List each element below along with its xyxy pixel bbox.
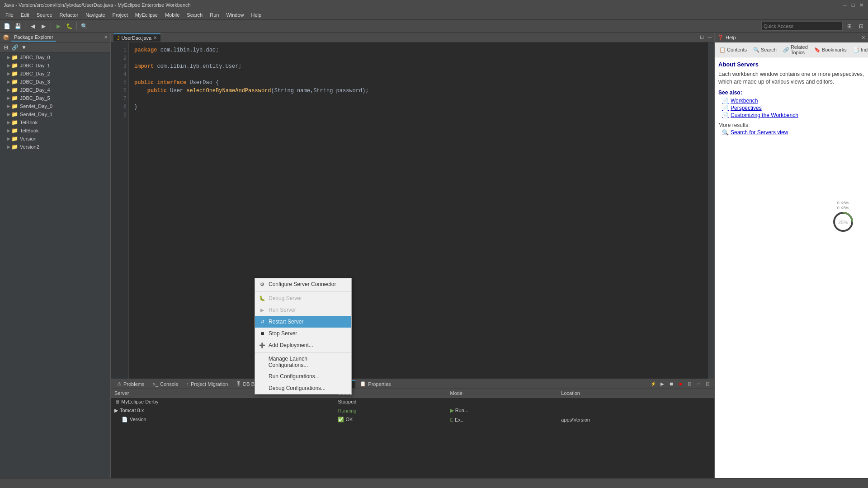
back-button[interactable]: ◀: [28, 21, 38, 31]
help-tab-label: Help: [726, 35, 736, 40]
ctx-manage-launch[interactable]: Manage Launch Configurations...: [255, 353, 351, 371]
menu-search[interactable]: Search: [183, 11, 206, 19]
menu-run[interactable]: Run: [206, 11, 222, 19]
help-panel: ❓ Help ✕ 📋Contents 🔍Search 🔗Related Topi…: [714, 33, 868, 478]
run-button[interactable]: ▶: [53, 21, 63, 31]
code-content[interactable]: package com.libin.lyb.dao; import com.li…: [129, 42, 708, 379]
editor-maximize-button[interactable]: ⊡: [700, 34, 704, 40]
bottom-toolbar-stop[interactable]: ■: [676, 380, 684, 388]
editor-minimize-button[interactable]: ─: [708, 34, 712, 41]
help-link-search-servers[interactable]: 🔍Search for Servers view: [722, 129, 864, 136]
tree-item-tellbook[interactable]: ▶📁TellBook: [0, 127, 110, 135]
progress-percent-text: 25%: [838, 220, 848, 225]
tree-item-jdbc0[interactable]: ▶📁JDBC_Day_0: [0, 53, 110, 61]
tree-item-jdbc3[interactable]: ▶📁JDBC_Day_3: [0, 78, 110, 86]
bottom-toolbar-btn-2[interactable]: ▶: [658, 380, 666, 388]
forward-button[interactable]: ▶: [38, 21, 48, 31]
menu-refactor[interactable]: Refactor: [56, 11, 82, 19]
status-bar: [0, 478, 868, 488]
menu-edit[interactable]: Edit: [17, 11, 33, 19]
menu-window[interactable]: Window: [222, 11, 247, 19]
toolbar: 📄 💾 ◀ ▶ ▶ 🐛 🔍 Quick Access ⊞ ⊡: [0, 20, 868, 33]
server-row-version[interactable]: 📄Version ✅ OK E Ex... apps\Version: [111, 415, 714, 424]
bottom-toolbar-btn-1[interactable]: ⚡: [649, 380, 657, 388]
tree-item-jdbc2[interactable]: ▶📁JDBC_Day_2: [0, 70, 110, 78]
tree-item-jdbc4[interactable]: ▶📁JDBC_Day_4: [0, 86, 110, 94]
progress-ring-container: 25%: [832, 211, 854, 233]
quick-access-input[interactable]: Quick Access: [761, 22, 843, 31]
bottom-toolbar-btn-4[interactable]: ⊟: [685, 380, 693, 388]
progress-stats: 0 KB/s 0 KB/s: [837, 201, 849, 211]
close-button[interactable]: ✕: [858, 2, 864, 8]
maximize-button[interactable]: □: [850, 2, 856, 8]
help-tabs: 📋Contents 🔍Search 🔗Related Topics 🔖Bookm…: [715, 42, 868, 57]
col-location: Location: [557, 389, 714, 398]
stop-icon: ⏹: [259, 330, 266, 337]
menu-project[interactable]: Project: [109, 11, 132, 19]
code-editor[interactable]: 1234 56789 package com.libin.lyb.dao; im…: [111, 42, 714, 379]
help-link-perspectives[interactable]: 📄Perspectives: [722, 105, 864, 111]
server-row-tomcat[interactable]: ▶Tomcat 8.x Running ▶ Run...: [111, 406, 714, 415]
tree-item-version2[interactable]: ▶📁Version2: [0, 143, 110, 151]
ctx-restart-server[interactable]: ↺ Restart Server: [255, 316, 351, 328]
ctx-add-deployment[interactable]: ➕ Add Deployment...: [255, 339, 351, 351]
editor-scrollbar[interactable]: [708, 42, 714, 379]
help-close[interactable]: ✕: [861, 35, 865, 41]
tree-item-telbook[interactable]: ▶📁TelBook: [0, 118, 110, 127]
collapse-all-button[interactable]: ⊟: [2, 43, 10, 52]
link-with-editor-button[interactable]: 🔗: [11, 43, 19, 52]
tab-properties[interactable]: 📋Properties: [356, 380, 394, 388]
view-menu-button[interactable]: ▼: [20, 43, 28, 52]
package-explorer-tab[interactable]: Package Explorer: [11, 33, 56, 42]
open-perspective[interactable]: ⊡: [856, 21, 866, 31]
menu-myeclipse[interactable]: MyEclipse: [132, 11, 161, 19]
restart-icon: ↺: [259, 318, 266, 325]
ctx-run-configurations[interactable]: Run Configurations...: [255, 371, 351, 382]
save-button[interactable]: 💾: [13, 21, 23, 31]
search-button[interactable]: 🔍: [79, 21, 89, 31]
servers-content: Server Status Mode Location 🖥MyEclipse D…: [111, 389, 714, 478]
help-link-customizing[interactable]: 📄Customizing the Workbench: [722, 112, 864, 118]
bottom-toolbar-btn-3[interactable]: ⏹: [667, 380, 675, 388]
tree-item-version[interactable]: ▶📁Version: [0, 135, 110, 143]
ctx-debug-configurations[interactable]: Debug Configurations...: [255, 382, 351, 394]
menu-help[interactable]: Help: [248, 11, 265, 19]
bottom-maximize[interactable]: ⊡: [703, 380, 712, 388]
ctx-sep-1: [255, 291, 351, 291]
ctx-configure-server-connector[interactable]: ⚙ Configure Server Connector: [255, 278, 351, 290]
debug-button[interactable]: 🐛: [64, 21, 74, 31]
package-explorer-toolbar: ⊟ 🔗 ▼: [0, 42, 110, 52]
minimize-button[interactable]: ─: [842, 2, 848, 8]
help-tab-bookmarks[interactable]: 🔖Bookmarks: [811, 46, 849, 54]
editor-tab-userdao[interactable]: J UserDao.java ✕: [113, 33, 160, 42]
run-icon: ▶: [259, 306, 266, 314]
menu-mobile[interactable]: Mobile: [161, 11, 183, 19]
help-tab-index[interactable]: 📑Index: [850, 46, 868, 54]
debug-config-icon: [259, 385, 266, 392]
tab-problems[interactable]: ⚠Problems: [113, 380, 148, 388]
tree-item-servlet0[interactable]: ▶📁Servlet_Day_0: [0, 102, 110, 110]
menu-navigate[interactable]: Navigate: [82, 11, 108, 19]
menu-file[interactable]: File: [2, 11, 17, 19]
editor-tab-close[interactable]: ✕: [153, 35, 157, 40]
server-row-derby[interactable]: 🖥MyEclipse Derby Stopped: [111, 398, 714, 406]
help-about-body: Each workbench window contains one or mo…: [718, 70, 864, 86]
tree-item-jdbc1[interactable]: ▶📁JDBC_Day_1: [0, 61, 110, 70]
new-button[interactable]: 📄: [2, 21, 12, 31]
manage-icon: [259, 358, 266, 366]
ctx-stop-server[interactable]: ⏹ Stop Server: [255, 328, 351, 339]
help-tab-related[interactable]: 🔗Related Topics: [780, 43, 811, 56]
help-tab-search[interactable]: 🔍Search: [750, 46, 779, 54]
tree-item-jdbc5[interactable]: ▶📁JDBC_Day_5: [0, 94, 110, 102]
tab-project-migration[interactable]: ↑Project Migration: [183, 380, 231, 388]
package-explorer-close[interactable]: ✕: [104, 35, 108, 40]
help-about-title: About Servers: [718, 61, 864, 68]
perspective-button[interactable]: ⊞: [844, 21, 854, 31]
bottom-minimize[interactable]: ─: [694, 380, 703, 388]
menu-source[interactable]: Source: [33, 11, 56, 19]
tab-console[interactable]: >_Console: [149, 380, 182, 388]
help-link-workbench[interactable]: 📄Workbench: [722, 98, 864, 104]
help-tab-contents[interactable]: 📋Contents: [717, 46, 750, 54]
tree-item-servlet1[interactable]: ▶📁Servlet_Day_1: [0, 110, 110, 118]
ctx-run-server: ▶ Run Server: [255, 304, 351, 316]
